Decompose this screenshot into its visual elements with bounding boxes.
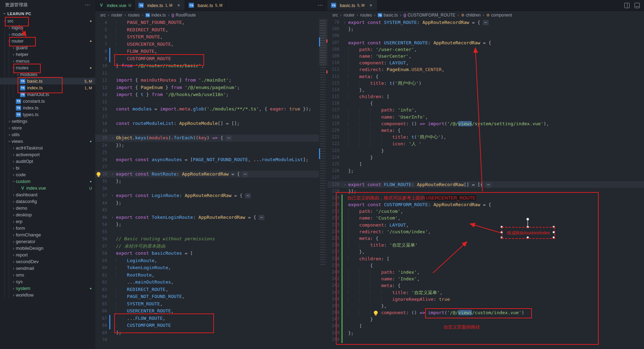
- tree-folder-mobileDesign[interactable]: ›mobileDesign: [0, 245, 95, 252]
- minimap[interactable]: [319, 19, 327, 349]
- tree-file-basic.ts[interactable]: TSbasic.ts5, M: [0, 78, 95, 84]
- folded-code-ellipsis[interactable]: ⋯: [486, 182, 492, 188]
- tab-basic.ts[interactable]: TSbasic.ts5, M: [185, 0, 226, 11]
- tree-file-constant.ts[interactable]: TSconstant.ts: [0, 98, 95, 104]
- more-actions-icon[interactable]: ⋯: [85, 2, 90, 8]
- breadcrumb-item-src[interactable]: src: [332, 13, 338, 18]
- tree-file-index.ts[interactable]: TSindex.ts1, M: [0, 84, 95, 91]
- tree-folder-generator[interactable]: ›generator: [0, 238, 95, 245]
- code-text: redirect: PageEnum.USER_CENTER,: [347, 66, 444, 73]
- lightbulb-icon[interactable]: [374, 311, 378, 315]
- code-line-27: 27: [95, 163, 327, 171]
- split-editor-icon[interactable]: [624, 3, 630, 8]
- tree-folder-report[interactable]: ›report: [0, 252, 95, 258]
- tree-item-label: types.ts: [23, 112, 39, 117]
- tab-basic.ts[interactable]: TSbasic.ts5, M×: [327, 0, 378, 11]
- code-token: name: [381, 114, 392, 120]
- tree-folder-bi[interactable]: ›bi: [0, 165, 95, 171]
- explorer-sidebar: 资源管理器 ⋯ › LEARUN PC ›src●›logics›model›r…: [0, 0, 96, 349]
- tree-item-label: erp: [16, 219, 22, 224]
- folded-code-ellipsis[interactable]: ⋯: [226, 135, 232, 141]
- tree-folder-dashboard[interactable]: ›dashboard: [0, 191, 95, 198]
- tree-folder-activereport[interactable]: ›activereport: [0, 151, 95, 158]
- code-editor-index-ts[interactable]: 4 PAGE_NOT_FOUND_ROUTE,5 REDIRECT_ROUTE,…: [95, 19, 327, 344]
- code-editor-basic-ts[interactable]: 76›export const SYSTEM_ROUTE: AppRouteRe…: [327, 19, 644, 343]
- tree-folder-views[interactable]: ›views●: [0, 138, 95, 145]
- folded-code-ellipsis[interactable]: ⋯: [259, 215, 265, 220]
- tree-folder-utils[interactable]: ›utils: [0, 131, 95, 138]
- tree-folder-logics[interactable]: ›logics: [0, 24, 95, 31]
- tree-folder-modules[interactable]: ›modules: [0, 71, 95, 78]
- tree-file-index.ts[interactable]: TSindex.ts: [0, 104, 95, 111]
- fold-icon[interactable]: ›: [110, 192, 115, 199]
- tree-folder-router[interactable]: ›router●: [0, 38, 95, 44]
- breadcrumb-item-index.ts[interactable]: TSindex.ts: [145, 13, 166, 18]
- fold-icon[interactable]: ›: [343, 19, 347, 26]
- tree-folder-settings[interactable]: ›settings: [0, 118, 95, 125]
- code-text: ...mainOutRoutes,: [115, 279, 174, 286]
- code-token: = [: [182, 250, 193, 256]
- tree-folder-secondDev[interactable]: ›secondDev: [0, 258, 95, 265]
- workspace-header[interactable]: › LEARUN PC: [0, 10, 95, 18]
- fold-icon[interactable]: ›: [343, 181, 347, 188]
- code-text: const modules = import.meta.glob('./modu…: [115, 106, 311, 113]
- tree-folder-helper[interactable]: ›helper: [0, 51, 95, 58]
- tree-folder-auditOpt[interactable]: ›auditOpt: [0, 158, 95, 165]
- layout-icon[interactable]: [635, 3, 640, 8]
- fold-icon[interactable]: ›: [110, 214, 115, 221]
- tree-folder-guard[interactable]: ›guard: [0, 44, 95, 51]
- tree-folder-routes[interactable]: ›routes●: [0, 64, 95, 71]
- tree-folder-form[interactable]: ›form: [0, 225, 95, 231]
- fold-icon[interactable]: ›: [110, 134, 115, 142]
- breadcrumb-item-router[interactable]: router: [111, 13, 122, 18]
- line-number: 58: [95, 250, 108, 257]
- breadcrumb-item-CUSTOMFORM_ROUTE[interactable]: {}CUSTOMFORM_ROUTE: [403, 13, 455, 18]
- code-line-233: 233 component: LAYOUT,: [327, 222, 644, 228]
- tree-folder-src[interactable]: ›src●: [0, 18, 95, 24]
- tree-folder-demo[interactable]: ›demo: [0, 205, 95, 211]
- tree-folder-sms[interactable]: ›sms: [0, 272, 95, 278]
- breadcrumb-item-basic.ts[interactable]: TSbasic.ts: [378, 13, 398, 18]
- tree-folder-custom[interactable]: ›custom●: [0, 178, 95, 185]
- folded-code-ellipsis[interactable]: ⋯: [242, 172, 248, 177]
- tree-folder-store[interactable]: ›store: [0, 125, 95, 131]
- tree-folder-sendmail[interactable]: ›sendmail: [0, 265, 95, 272]
- tree-folder-actHiTaskinst[interactable]: ›actHiTaskinst: [0, 145, 95, 151]
- tree-folder-menus[interactable]: ›menus: [0, 58, 95, 64]
- breadcrumb-item-children[interactable]: ⚙children: [461, 13, 481, 18]
- lightbulb-icon[interactable]: [97, 172, 100, 176]
- breadcrumb-item-RootRoute[interactable]: {}RootRoute: [171, 13, 196, 18]
- code-token: './modules/**/*.ts': [207, 106, 259, 112]
- close-icon[interactable]: ×: [176, 2, 181, 8]
- tree-folder-dataconfig[interactable]: ›dataconfig: [0, 198, 95, 205]
- tree-folder-code[interactable]: ›code: [0, 171, 95, 178]
- tab-index.vue[interactable]: Vindex.vueU: [95, 0, 135, 11]
- tree-folder-model[interactable]: ›model: [0, 31, 95, 38]
- breadcrumb-item-component[interactable]: ⚙component: [486, 13, 512, 18]
- tab-index.ts[interactable]: TSindex.ts1, M×: [135, 0, 185, 11]
- tree-indent: [3, 265, 11, 272]
- fold-column: [110, 185, 115, 192]
- tree-folder-erp[interactable]: ›erp: [0, 218, 95, 225]
- fold-icon[interactable]: ›: [110, 171, 115, 178]
- tree-folder-desktop[interactable]: ›desktop: [0, 211, 95, 218]
- tree-file-types.ts[interactable]: TStypes.ts: [0, 111, 95, 118]
- breadcrumb-item-routes[interactable]: routes: [360, 13, 372, 18]
- code-text: // 未经许可的基本路由: [115, 243, 165, 250]
- tree-folder-system[interactable]: ›system●: [0, 285, 95, 292]
- fold-column: [343, 282, 347, 289]
- close-icon[interactable]: ×: [368, 2, 374, 8]
- tree-folder-formChange[interactable]: ›formChange: [0, 231, 95, 238]
- folded-code-ellipsis[interactable]: ⋯: [245, 193, 251, 198]
- annotation-callout-route[interactable]: 组成路由/custom/index: [502, 227, 555, 239]
- tree-folder-workflow[interactable]: ›workflow: [0, 292, 95, 298]
- tree-folder-sys[interactable]: ›sys: [0, 278, 95, 285]
- folded-code-ellipsis[interactable]: ⋯: [483, 20, 489, 25]
- breadcrumb-item-routes[interactable]: routes: [128, 13, 139, 18]
- more-actions-icon[interactable]: ⋯: [318, 2, 323, 8]
- breadcrumb-item-router[interactable]: router: [344, 13, 354, 18]
- tree-file-index.vue[interactable]: Vindex.vueU: [0, 185, 95, 191]
- breadcrumb-item-src[interactable]: src: [100, 13, 106, 18]
- tree-file-mainOut.ts[interactable]: TSmainOut.ts: [0, 91, 95, 98]
- code-token: // 未经许可的基本路由: [116, 243, 165, 249]
